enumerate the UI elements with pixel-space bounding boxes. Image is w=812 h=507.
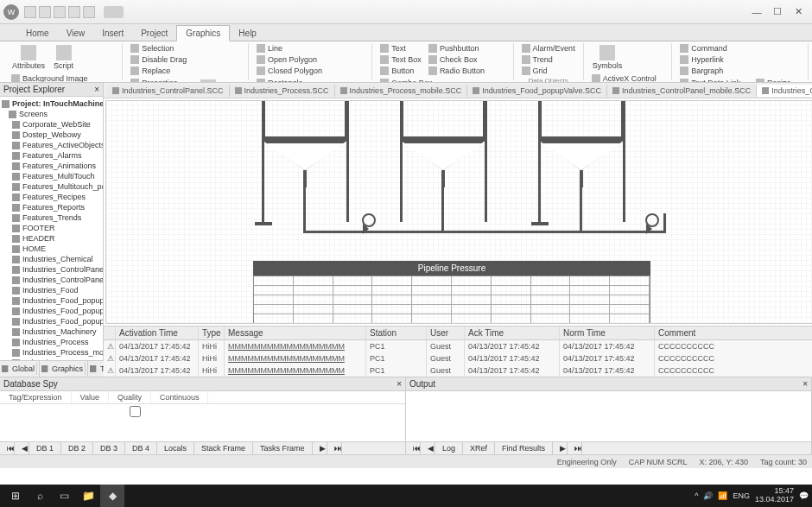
tray-icon[interactable]: 📶	[718, 491, 727, 500]
pipe[interactable]	[580, 187, 582, 231]
dbspy-tab[interactable]: DB 4	[125, 442, 157, 454]
search-button[interactable]: ⌕	[28, 485, 52, 507]
pushbutton-button[interactable]: Pushbutton	[426, 43, 487, 54]
document-tab[interactable]: Industries_ControlPanel_mobile.SCC	[607, 85, 757, 97]
close-button[interactable]: ✕	[788, 5, 809, 19]
hopper-2[interactable]	[391, 100, 495, 187]
tab-global[interactable]: Global	[0, 361, 40, 377]
grid-button[interactable]: Grid	[519, 66, 578, 76]
qat-btn[interactable]	[39, 6, 51, 18]
panel-close-icon[interactable]: ×	[396, 379, 402, 389]
tab-nav-last[interactable]: ⏭	[568, 442, 582, 454]
selection-button[interactable]: Selection	[128, 43, 189, 54]
tree-item[interactable]: Corporate_WebSite	[2, 119, 101, 130]
support-base[interactable]	[255, 222, 272, 225]
closedpoly-button[interactable]: Closed Polygon	[254, 66, 325, 76]
replace-button[interactable]: Replace	[128, 66, 189, 76]
explorer-close-icon[interactable]: ×	[94, 85, 99, 94]
output-tab[interactable]: Find Results	[495, 442, 553, 454]
col-type[interactable]: Type	[199, 326, 225, 339]
openpoly-button[interactable]: Open Polygon	[254, 54, 325, 65]
tree-item[interactable]: Features_ActiveObjects	[2, 140, 101, 150]
output-tab[interactable]: Log	[435, 442, 463, 454]
qat-btn[interactable]	[83, 6, 95, 18]
support[interactable]	[485, 100, 487, 222]
checkbox-button[interactable]: Check Box	[426, 54, 487, 65]
col-comment[interactable]: Comment	[655, 326, 812, 339]
bargraph-button[interactable]: Bargraph	[677, 66, 730, 76]
tab-nav-first[interactable]: ⏮	[406, 442, 421, 454]
pipe[interactable]	[303, 231, 666, 233]
tree-item[interactable]: Industries_Food	[2, 285, 101, 295]
alarm-grid[interactable]: Activation Time Type Message Station Use…	[104, 326, 812, 377]
tray-icon[interactable]: 🔊	[703, 491, 713, 500]
activex-button[interactable]: ActiveX Control	[589, 73, 659, 83]
alarm-button[interactable]: Alarm/Event	[519, 43, 578, 54]
col-user[interactable]: User	[427, 326, 465, 339]
disabledrag-button[interactable]: Disable Drag	[128, 54, 189, 65]
text-button[interactable]: Text	[377, 43, 424, 54]
trend-button[interactable]: Trend	[519, 54, 578, 65]
tree-item[interactable]: Features_Trends	[2, 212, 101, 223]
tree-item[interactable]: Industries_Process_mobile	[2, 347, 101, 358]
tray-icon[interactable]: ^	[695, 491, 698, 500]
support[interactable]	[262, 100, 264, 222]
support[interactable]	[538, 100, 541, 222]
dbspy-tab[interactable]: Tasks Frame	[253, 442, 313, 454]
document-tab[interactable]: Industries_Food_popupValve.SCC	[467, 85, 607, 97]
col-ack[interactable]: Ack Time	[465, 326, 560, 339]
tree-item[interactable]: HOME	[2, 244, 101, 254]
support[interactable]	[623, 100, 625, 222]
command-button[interactable]: Command	[677, 43, 730, 54]
tree-item[interactable]: HEADER	[2, 233, 101, 244]
minimize-button[interactable]: —	[746, 5, 767, 19]
dbspy-col[interactable]: Quality	[109, 391, 151, 403]
tab-nav-next[interactable]: ▶	[313, 442, 327, 454]
tree-item[interactable]: Features_Alarms	[2, 150, 101, 161]
dbspy-col[interactable]: Continuous	[151, 391, 209, 403]
tray-clock[interactable]: 15:47 13.04.2017	[755, 487, 794, 504]
dbspy-tab[interactable]: DB 1	[29, 442, 61, 454]
col-activation[interactable]: Activation Time	[116, 326, 199, 339]
bgimage-button[interactable]: Background Image	[9, 73, 91, 83]
tree-item[interactable]: Features_Multitouch_popupPi	[2, 181, 101, 192]
document-tab[interactable]: Industries_ControlPanel.SCC	[107, 85, 230, 97]
line-button[interactable]: Line	[254, 43, 325, 54]
alarm-row[interactable]: ⚠04/13/2017 17:45:42HiHiMMMMMMMMMMMMMMMM…	[104, 364, 812, 377]
col-norm[interactable]: Norm Time	[560, 326, 655, 339]
col-station[interactable]: Station	[366, 326, 427, 339]
hopper-1[interactable]	[253, 100, 357, 187]
continuous-checkbox[interactable]	[130, 406, 141, 417]
tree-item[interactable]: Features_Reports	[2, 202, 101, 212]
tree-item[interactable]: Features_MultiTouch	[2, 171, 101, 181]
pipe[interactable]	[303, 187, 306, 231]
dbspy-tab[interactable]: Stack Frame	[194, 442, 253, 454]
pipeline-pressure-table[interactable]: Pipeline Pressure	[253, 261, 650, 324]
qat-btn[interactable]	[54, 6, 66, 18]
panel-close-icon[interactable]: ×	[802, 379, 808, 389]
attributes-button[interactable]: Attributes	[9, 43, 48, 72]
tree-item[interactable]: Industries_ControlPanel_mob	[2, 275, 101, 285]
support[interactable]	[346, 100, 349, 222]
tree-item[interactable]: Industries_Food_popupValve	[2, 316, 101, 326]
tree-item[interactable]: Industries_Food_popupTank	[2, 306, 101, 316]
tab-graphics[interactable]: Graphics	[176, 25, 230, 41]
document-tab[interactable]: Industries_Process.SCC	[230, 85, 335, 97]
output-tab[interactable]: XRef	[463, 442, 495, 454]
tab-view[interactable]: View	[58, 26, 94, 41]
tab-nav-last[interactable]: ⏭	[327, 442, 342, 454]
tree-item[interactable]: Features_Animations	[2, 161, 101, 171]
document-tab[interactable]: Industries_Chemical.SCC×	[757, 85, 812, 97]
tab-nav-first[interactable]: ⏮	[0, 442, 15, 454]
start-button[interactable]: ⊞	[3, 485, 28, 507]
tree-item[interactable]: Industries_Machinery	[2, 326, 101, 337]
valve-icon[interactable]	[362, 222, 376, 236]
tab-graphics-exp[interactable]: Graphics	[40, 361, 88, 377]
taskview-button[interactable]: ▭	[52, 485, 76, 507]
tab-help[interactable]: Help	[230, 26, 265, 41]
radio-button[interactable]: Radio Button	[426, 66, 487, 76]
tab-insert[interactable]: Insert	[93, 26, 132, 41]
app-taskbar-button[interactable]: ◆	[100, 485, 124, 507]
notifications-button[interactable]: 💬	[799, 491, 809, 500]
dbspy-tab[interactable]: Locals	[157, 442, 194, 454]
